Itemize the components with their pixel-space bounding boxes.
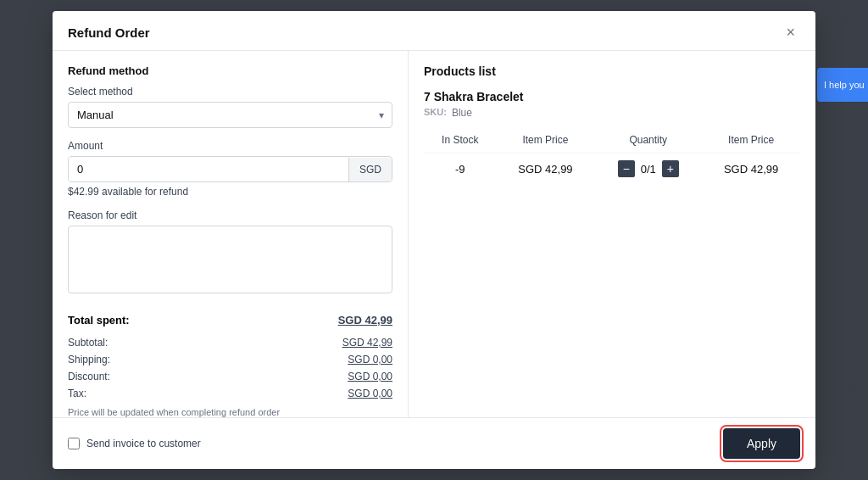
section-title: Refund method — [68, 64, 392, 77]
quantity-value: 0/1 — [640, 163, 657, 176]
table-row: -9 SGD 42,99 − 0/1 + SGD 42,99 — [424, 153, 800, 185]
send-invoice-label: Send invoice to customer — [86, 438, 201, 449]
total-value: SGD 42,99 — [338, 314, 392, 327]
available-text: $42.99 available for refund — [68, 186, 392, 198]
tax-value: SGD 0,00 — [348, 388, 392, 399]
apply-button[interactable]: Apply — [723, 428, 800, 459]
tax-row: Tax: SGD 0,00 — [68, 385, 392, 402]
discount-row: Discount: SGD 0,00 — [68, 368, 392, 385]
col-item-price-1: Item Price — [497, 131, 595, 153]
subtotal-label: Subtotal: — [68, 337, 108, 349]
cell-in-stock: -9 — [424, 153, 497, 185]
sku-row: SKU: Blue — [424, 107, 800, 119]
quantity-increase-button[interactable]: + — [662, 160, 679, 177]
help-label: I help you — [824, 80, 865, 90]
shipping-row: Shipping: SGD 0,00 — [68, 351, 392, 368]
quantity-control: − 0/1 + — [601, 160, 695, 177]
totals-section: Total spent: SGD 42,99 Subtotal: SGD 42,… — [68, 311, 392, 417]
close-button[interactable]: × — [781, 23, 800, 42]
select-method-dropdown[interactable]: Manual Original Payment Method — [68, 102, 392, 128]
total-label: Total spent: — [68, 314, 130, 327]
tax-label: Tax: — [68, 388, 86, 399]
currency-badge: SGD — [348, 158, 392, 181]
subtotal-value: SGD 42,99 — [342, 337, 392, 349]
send-invoice-checkbox[interactable] — [68, 438, 80, 449]
amount-label: Amount — [68, 140, 392, 152]
products-title: Products list — [424, 64, 800, 78]
col-in-stock: In Stock — [424, 131, 497, 153]
select-method-wrapper: Manual Original Payment Method ▾ — [68, 102, 392, 128]
send-invoice-row: Send invoice to customer — [68, 438, 201, 449]
sku-value: Blue — [452, 107, 472, 119]
reason-label: Reason for edit — [68, 209, 392, 221]
subtotal-row: Subtotal: SGD 42,99 — [68, 334, 392, 351]
refund-method-section: Refund method Select method Manual Origi… — [68, 64, 392, 128]
product-name: 7 Shakra Bracelet — [424, 90, 800, 103]
quantity-decrease-button[interactable]: − — [618, 160, 635, 177]
tag-label: Tag it — [832, 378, 868, 395]
col-item-price-2: Item Price — [702, 131, 800, 153]
amount-section: Amount SGD $42.99 available for refund — [68, 140, 392, 198]
reason-textarea[interactable] — [68, 226, 392, 293]
shipping-value: SGD 0,00 — [348, 354, 392, 366]
product-table: In Stock Item Price Quantity Item Price … — [424, 131, 800, 184]
right-panel: Products list 7 Shakra Bracelet SKU: Blu… — [409, 51, 815, 417]
modal-footer: Send invoice to customer Apply — [53, 417, 815, 469]
table-header-row: In Stock Item Price Quantity Item Price — [424, 131, 800, 153]
reason-section: Reason for edit — [68, 209, 392, 296]
modal-body: Refund method Select method Manual Origi… — [53, 51, 815, 417]
discount-value: SGD 0,00 — [348, 371, 392, 382]
select-method-label: Select method — [68, 86, 392, 98]
total-row-main: Total spent: SGD 42,99 — [68, 311, 392, 329]
help-button[interactable]: I help you — [817, 68, 868, 102]
shipping-label: Shipping: — [68, 354, 110, 366]
discount-label: Discount: — [68, 371, 110, 382]
col-quantity: Quantity — [594, 131, 702, 153]
cell-item-price-2: SGD 42,99 — [702, 153, 800, 185]
cell-quantity: − 0/1 + — [594, 153, 702, 185]
price-note: Price will be updated when completing re… — [68, 407, 392, 417]
modal-header: Refund Order × — [53, 11, 815, 51]
modal-title: Refund Order — [68, 25, 150, 40]
sku-label: SKU: — [424, 107, 447, 119]
refund-order-modal: Refund Order × Refund method Select meth… — [53, 11, 815, 469]
amount-input[interactable] — [69, 157, 348, 181]
left-panel: Refund method Select method Manual Origi… — [53, 51, 409, 417]
cell-item-price-1: SGD 42,99 — [497, 153, 595, 185]
amount-row: SGD — [68, 156, 392, 182]
